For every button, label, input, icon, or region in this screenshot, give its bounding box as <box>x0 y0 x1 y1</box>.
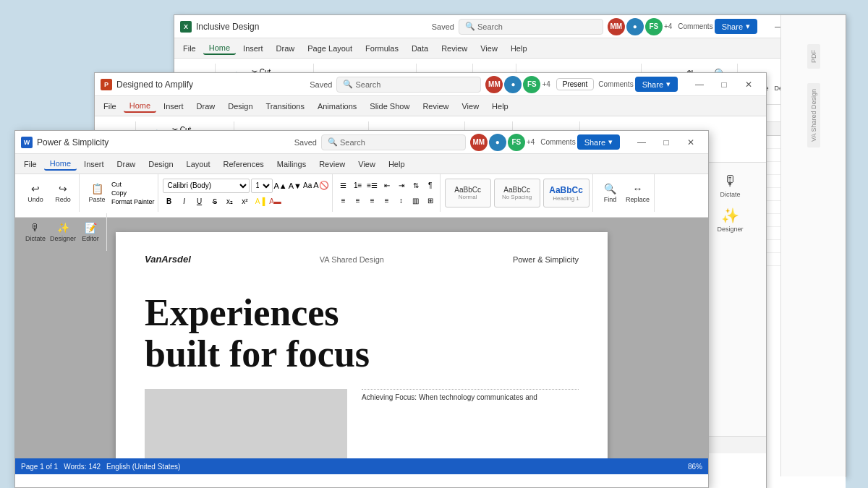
shading-button[interactable]: ▥ <box>409 194 422 207</box>
superscript-button[interactable]: x² <box>239 195 252 208</box>
avatar-2[interactable]: ● <box>626 18 644 35</box>
decrease-indent-button[interactable]: ⇤ <box>380 179 393 192</box>
dictate-button[interactable]: 🎙 Dictate <box>22 216 48 248</box>
tab-mailings[interactable]: Mailings <box>271 158 312 170</box>
replace-button[interactable]: ↔ Replace <box>625 177 651 209</box>
strikethrough-button[interactable]: S̶ <box>208 195 221 208</box>
tab-transitions[interactable]: Transitions <box>260 100 310 112</box>
style-no-spacing[interactable]: AaBbCc No Spacing <box>494 179 540 207</box>
align-right-button[interactable]: ≡ <box>366 194 379 207</box>
font-selector[interactable]: Calibri (Body) <box>163 179 250 193</box>
share-button[interactable]: Share ▾ <box>715 19 757 34</box>
change-case-button[interactable]: Aa <box>303 181 312 189</box>
cut-button[interactable]: Cut <box>111 181 155 188</box>
tab-draw[interactable]: Draw <box>271 43 301 54</box>
decrease-font-button[interactable]: A▼ <box>289 181 302 190</box>
close-button[interactable]: ✕ <box>679 132 702 153</box>
avatar-mm[interactable]: MM <box>608 18 625 35</box>
comments-label[interactable]: Comments <box>540 138 575 146</box>
avatar-2[interactable]: ● <box>504 76 522 93</box>
increase-font-button[interactable]: A▲ <box>274 181 287 190</box>
present-button[interactable]: Present <box>556 78 594 90</box>
tab-home[interactable]: Home <box>203 42 236 55</box>
format-painter-button[interactable]: Format Painter <box>111 198 155 205</box>
designer-tool-button[interactable]: ✨ Designer <box>705 202 757 237</box>
show-formatting-button[interactable]: ¶ <box>424 179 437 192</box>
justify-button[interactable]: ≡ <box>380 194 393 207</box>
tab-view[interactable]: View <box>352 158 381 170</box>
avatar-fs[interactable]: FS <box>508 134 525 151</box>
tab-help[interactable]: Help <box>505 43 533 54</box>
tab-file[interactable]: File <box>98 100 122 112</box>
sort-button[interactable]: ⇅ <box>409 179 422 192</box>
borders-button[interactable]: ⊞ <box>424 194 437 207</box>
ppt-search[interactable]: 🔍 Search <box>336 77 481 93</box>
tab-view[interactable]: View <box>475 43 503 54</box>
avatar-mm[interactable]: MM <box>485 76 503 93</box>
avatar-mm[interactable]: MM <box>470 134 488 151</box>
maximize-button[interactable]: □ <box>655 132 678 153</box>
tab-review[interactable]: Review <box>435 43 473 54</box>
tab-data[interactable]: Data <box>406 43 434 54</box>
tab-file[interactable]: File <box>177 43 202 54</box>
bullets-button[interactable]: ☰ <box>337 179 350 192</box>
word-search[interactable]: 🔍 Search <box>321 134 466 150</box>
tab-home[interactable]: Home <box>44 158 77 171</box>
tab-help[interactable]: Help <box>486 100 514 112</box>
excel-search[interactable]: 🔍 Search <box>459 19 603 35</box>
tab-review[interactable]: Review <box>417 100 454 112</box>
maximize-button[interactable]: □ <box>712 74 736 95</box>
tab-review[interactable]: Review <box>313 158 351 170</box>
tab-insert[interactable]: Insert <box>158 100 190 112</box>
undo-button[interactable]: ↩ Undo <box>22 177 48 209</box>
underline-button[interactable]: U <box>193 195 206 208</box>
tab-design[interactable]: Design <box>142 158 179 170</box>
tab-slideshow[interactable]: Slide Show <box>364 100 415 112</box>
tab-view[interactable]: View <box>456 100 485 112</box>
font-color-button[interactable]: A▬ <box>269 195 282 208</box>
minimize-button[interactable]: — <box>630 132 653 153</box>
tab-design[interactable]: Design <box>222 100 258 112</box>
italic-button[interactable]: I <box>178 195 191 208</box>
tab-home[interactable]: Home <box>124 100 156 113</box>
tab-draw[interactable]: Draw <box>191 100 221 112</box>
redo-button[interactable]: ↪ Redo <box>50 177 76 209</box>
tab-references[interactable]: References <box>218 158 270 170</box>
paste-button[interactable]: 📋 Paste <box>84 177 110 209</box>
share-button[interactable]: Share ▾ <box>635 77 678 92</box>
bold-button[interactable]: B <box>163 195 176 208</box>
copy-button[interactable]: Copy <box>111 189 155 197</box>
align-left-button[interactable]: ≡ <box>337 194 350 207</box>
style-heading1[interactable]: AaBbCc Heading 1 <box>543 179 590 207</box>
clear-formatting-button[interactable]: A🚫 <box>313 181 328 190</box>
tab-file[interactable]: File <box>18 158 43 170</box>
line-spacing-button[interactable]: ↕ <box>395 194 408 207</box>
numbering-button[interactable]: 1≡ <box>352 179 365 192</box>
tab-formulas[interactable]: Formulas <box>359 43 404 54</box>
multilevel-list-button[interactable]: ≡☰ <box>366 179 379 192</box>
avatar-fs[interactable]: FS <box>523 76 540 93</box>
designer-button[interactable]: ✨ Designer <box>50 216 76 248</box>
tab-insert[interactable]: Insert <box>78 158 110 170</box>
tab-draw[interactable]: Draw <box>111 158 142 170</box>
avatar-fs[interactable]: FS <box>645 18 663 35</box>
find-button[interactable]: 🔍 Find <box>597 177 624 209</box>
font-size-selector[interactable]: 11 <box>251 179 273 193</box>
increase-indent-button[interactable]: ⇥ <box>395 179 408 192</box>
subscript-button[interactable]: x₂ <box>224 195 237 208</box>
tab-animations[interactable]: Animations <box>312 100 362 112</box>
share-button[interactable]: Share ▾ <box>577 134 620 150</box>
close-button[interactable]: ✕ <box>737 74 760 95</box>
minimize-button[interactable]: — <box>688 74 711 95</box>
tab-insert[interactable]: Insert <box>237 43 269 54</box>
text-highlight-button[interactable]: A▐ <box>254 195 267 208</box>
comments-label[interactable]: Comments <box>678 22 712 30</box>
comments-label[interactable]: Comments <box>598 80 633 88</box>
align-center-button[interactable]: ≡ <box>352 194 365 207</box>
dictate-tool-button[interactable]: 🎙 Dictate <box>705 168 757 202</box>
avatar-2[interactable]: ● <box>489 134 506 151</box>
tab-layout[interactable]: Layout <box>181 158 216 170</box>
tab-help[interactable]: Help <box>383 158 411 170</box>
editor-button[interactable]: 📝 Editor <box>77 216 103 248</box>
tab-pagelayout[interactable]: Page Layout <box>302 43 358 54</box>
